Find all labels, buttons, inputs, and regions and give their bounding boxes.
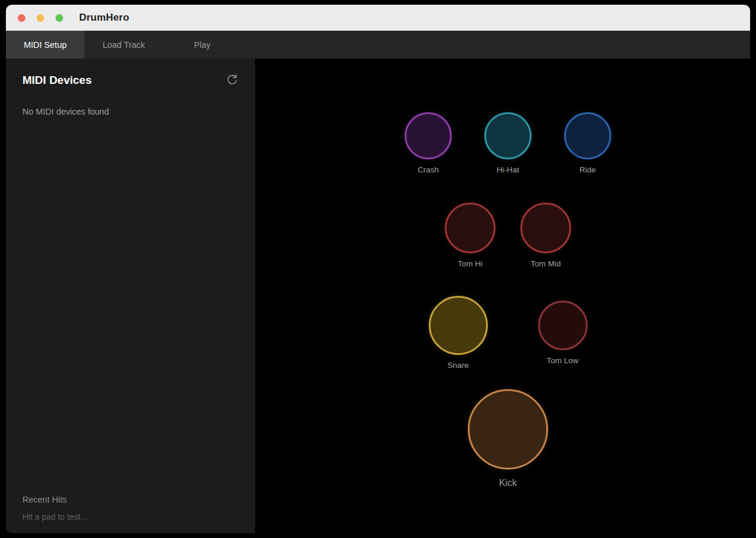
sidebar-spacer [22, 116, 239, 495]
pad-hi-hat-label: Hi-Hat [497, 165, 519, 174]
pad-snare-label: Snare [447, 361, 468, 370]
pad-tom-low-label: Tom Low [546, 356, 578, 365]
pad-crash-circle[interactable] [405, 112, 452, 159]
pad-row-2: Tom HiTom Mid [445, 203, 571, 268]
tab-bar: MIDI Setup Load Track Play [6, 31, 750, 58]
refresh-button[interactable] [226, 74, 239, 87]
traffic-lights [18, 14, 63, 22]
pad-tom-mid-label: Tom Mid [530, 259, 561, 268]
pad-row-1: CrashHi-HatRide [405, 112, 611, 174]
pad-tom-low-circle[interactable] [538, 301, 588, 350]
pad-tom-hi-circle[interactable] [445, 203, 496, 253]
no-devices-message: No MIDI devices found [22, 107, 239, 116]
pad-kick-label: Kick [499, 478, 517, 488]
tab-midi-setup[interactable]: MIDI Setup [6, 31, 84, 58]
content-area: MIDI Devices No MIDI devices found Recen… [6, 58, 750, 533]
pad-kick: Kick [468, 389, 548, 488]
window-title: DrumHero [79, 12, 129, 24]
recent-hits-title: Recent Hits [22, 495, 239, 504]
pad-hi-hat: Hi-Hat [484, 112, 532, 174]
pad-snare: Snare [429, 296, 488, 370]
tab-play[interactable]: Play [163, 31, 242, 58]
midi-devices-title: MIDI Devices [22, 74, 92, 87]
pad-snare-circle[interactable] [429, 296, 488, 355]
pad-kick-circle[interactable] [468, 389, 548, 469]
maximize-button[interactable] [56, 14, 63, 22]
refresh-icon [226, 80, 239, 89]
app-window: DrumHero MIDI Setup Load Track Play MIDI… [6, 5, 750, 533]
pad-crash: Crash [405, 112, 452, 174]
pad-tom-hi-label: Tom Hi [458, 259, 483, 268]
pad-row-3: SnareTom Low [429, 296, 588, 370]
pad-ride-label: Ride [579, 165, 596, 174]
recent-hits-section: Recent Hits Hit a pad to test... [22, 495, 239, 521]
recent-hits-placeholder: Hit a pad to test... [22, 512, 239, 521]
pad-tom-mid: Tom Mid [520, 203, 571, 268]
pad-ride: Ride [564, 112, 611, 174]
pad-crash-label: Crash [418, 165, 439, 174]
pad-tom-mid-circle[interactable] [520, 203, 571, 253]
pad-tom-low: Tom Low [538, 301, 588, 365]
title-bar: DrumHero [6, 5, 750, 31]
close-button[interactable] [18, 14, 25, 22]
tab-load-track[interactable]: Load Track [84, 31, 163, 58]
drum-pads-area: CrashHi-HatRideTom HiTom MidSnareTom Low… [255, 58, 750, 533]
pad-row-4: Kick [468, 389, 548, 488]
minimize-button[interactable] [37, 14, 44, 22]
pad-tom-hi: Tom Hi [445, 203, 496, 268]
midi-devices-panel: MIDI Devices No MIDI devices found Recen… [6, 58, 255, 533]
pad-ride-circle[interactable] [564, 112, 611, 159]
sidebar-header: MIDI Devices [22, 74, 239, 87]
pad-hi-hat-circle[interactable] [484, 112, 532, 159]
